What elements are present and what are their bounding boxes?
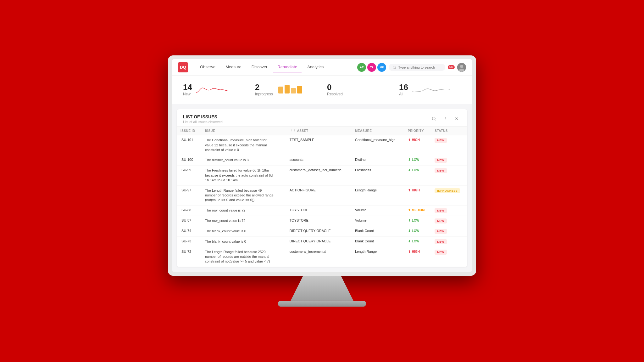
nav-links: Observe Measure Discover Remediate Analy… <box>196 62 350 72</box>
main-content: LIST OF ISSUES List of all issues observ… <box>172 104 472 272</box>
avatar-group: AE TA MD <box>357 63 386 72</box>
table-row[interactable]: ISU-73 The blank_count value is 0 DIRECT… <box>177 236 467 247</box>
close-panel-button[interactable] <box>452 114 461 123</box>
svg-rect-6 <box>291 88 296 93</box>
avatar-ae: AE <box>357 63 366 72</box>
notification-badge[interactable]: 99+ <box>448 65 455 69</box>
app-container: DQ Observe Measure Discover Remediate An… <box>172 59 472 272</box>
svg-point-9 <box>445 117 446 118</box>
cell-issue-id: ISU-73 <box>177 236 201 247</box>
cell-priority: ⬆ HIGH <box>404 185 431 205</box>
cell-asset: DIRECT QUERY ORACLE <box>286 236 351 247</box>
col-priority: PRIORITY <box>404 127 431 135</box>
monitor-stand <box>291 276 353 301</box>
stats-row: 14 New 2 Inprogress <box>172 76 472 104</box>
cell-priority: ⬆ HIGH <box>404 135 431 155</box>
cell-asset: DIRECT QUERY ORACLE <box>286 226 351 236</box>
search-input[interactable] <box>398 65 441 69</box>
stat-all-number: 16 <box>399 83 408 91</box>
nav-analytics[interactable]: Analytics <box>303 62 328 72</box>
panel-header: LIST OF ISSUES List of all issues observ… <box>177 109 467 127</box>
stat-inprogress-number: 2 <box>255 83 273 91</box>
monitor-base <box>278 301 366 307</box>
cell-status: NEW <box>431 135 467 155</box>
cell-issue-desc: The row_count value is 72 <box>201 216 286 226</box>
cell-priority: ⬆ HIGH <box>404 247 431 267</box>
table-row[interactable]: ISU-101 The Condtional_measure_high fail… <box>177 135 467 155</box>
cell-measure: Volume <box>351 205 404 216</box>
stat-resolved[interactable]: 0 Resolved <box>322 81 394 99</box>
cell-asset: TOYSTORE <box>286 216 351 226</box>
col-issue-id: ISSUE ID <box>177 127 201 135</box>
panel-actions <box>430 114 461 123</box>
issues-panel: LIST OF ISSUES List of all issues observ… <box>177 109 467 267</box>
cell-measure: Distinct <box>351 155 404 166</box>
avatar-ta: TA <box>367 63 376 72</box>
table-row[interactable]: ISU-87 The row_count value is 72 TOYSTOR… <box>177 216 467 226</box>
stat-inprogress-label: Inprogress <box>255 92 273 96</box>
search-icon <box>392 65 396 69</box>
table-row[interactable]: ISU-100 The distinct_count value is 3 ac… <box>177 155 467 166</box>
svg-rect-4 <box>278 87 283 93</box>
cell-asset: accounts <box>286 155 351 166</box>
logo: DQ <box>178 62 188 72</box>
cell-measure: Condtional_measure_high <box>351 135 404 155</box>
nav-measure[interactable]: Measure <box>221 62 246 72</box>
svg-point-10 <box>445 118 446 119</box>
svg-point-2 <box>460 65 463 68</box>
stat-inprogress-chart <box>277 83 317 96</box>
issues-table: ISSUE ID ISSUE ⋮⋮ ASSET MEASURE PRIORITY… <box>177 127 467 267</box>
search-box[interactable] <box>389 64 445 71</box>
table-row[interactable]: ISU-97 The Length Range failed because 4… <box>177 185 467 205</box>
stat-new-chart <box>196 83 245 96</box>
table-row[interactable]: ISU-88 The row_count value is 72 TOYSTOR… <box>177 205 467 216</box>
nav-discover[interactable]: Discover <box>247 62 272 72</box>
more-options-button[interactable] <box>441 114 450 123</box>
cell-issue-id: ISU-97 <box>177 185 201 205</box>
cell-status: NEW <box>431 155 467 166</box>
cell-status: NEW <box>431 166 467 185</box>
col-issue: ISSUE <box>201 127 286 135</box>
cell-issue-id: ISU-100 <box>177 155 201 166</box>
cell-issue-id: ISU-87 <box>177 216 201 226</box>
table-body: ISU-101 The Condtional_measure_high fail… <box>177 135 467 267</box>
table-header-row: ISSUE ID ISSUE ⋮⋮ ASSET MEASURE PRIORITY… <box>177 127 467 135</box>
cell-measure: Length Range <box>351 185 404 205</box>
stat-new[interactable]: 14 New <box>178 81 250 99</box>
table-row[interactable]: ISU-99 The Freshness failed for value 6d… <box>177 166 467 185</box>
cell-status: NEW <box>431 226 467 236</box>
nav-observe[interactable]: Observe <box>196 62 220 72</box>
cell-priority: ⬇ LOW <box>404 226 431 236</box>
nav-right: AE TA MD 99+ <box>357 63 466 72</box>
cell-asset: customerai_dataset_incr_numeric <box>286 166 351 185</box>
cell-status: INPROGRESS <box>431 185 467 205</box>
cell-priority: ⬇ LOW <box>404 216 431 226</box>
stat-inprogress[interactable]: 2 Inprogress <box>250 81 322 99</box>
cell-issue-desc: The blank_count value is 0 <box>201 236 286 247</box>
table-row[interactable]: ISU-72 The Length Range failed because 2… <box>177 247 467 267</box>
svg-point-11 <box>445 120 446 120</box>
cell-issue-desc: The Condtional_measure_high failed for v… <box>201 135 286 155</box>
cell-status: NEW <box>431 216 467 226</box>
cell-issue-id: ISU-101 <box>177 135 201 155</box>
cell-measure: Length Range <box>351 247 404 267</box>
stat-all[interactable]: 16 All <box>394 81 466 99</box>
search-panel-button[interactable] <box>430 114 438 123</box>
stat-new-label: New <box>183 92 192 96</box>
svg-point-3 <box>459 69 464 72</box>
avatar-md: MD <box>377 63 386 72</box>
table-row[interactable]: ISU-74 The blank_count value is 0 DIRECT… <box>177 226 467 236</box>
panel-subtitle: List of all issues observed <box>183 120 223 124</box>
cell-measure: Blank Count <box>351 236 404 247</box>
cell-measure: Volume <box>351 216 404 226</box>
user-avatar[interactable] <box>457 63 466 72</box>
nav-remediate[interactable]: Remediate <box>273 62 302 72</box>
cell-issue-desc: The Freshness failed for value 6d 1h 18m… <box>201 166 286 185</box>
cell-issue-id: ISU-88 <box>177 205 201 216</box>
svg-point-0 <box>393 66 396 68</box>
cell-issue-desc: The Length Range failed because 2520 num… <box>201 247 286 267</box>
cell-asset: ACTIONFIGURE <box>286 185 351 205</box>
top-nav: DQ Observe Measure Discover Remediate An… <box>172 59 472 76</box>
cell-issue-desc: The blank_count value is 0 <box>201 226 286 236</box>
cell-priority: ⬇ LOW <box>404 166 431 185</box>
